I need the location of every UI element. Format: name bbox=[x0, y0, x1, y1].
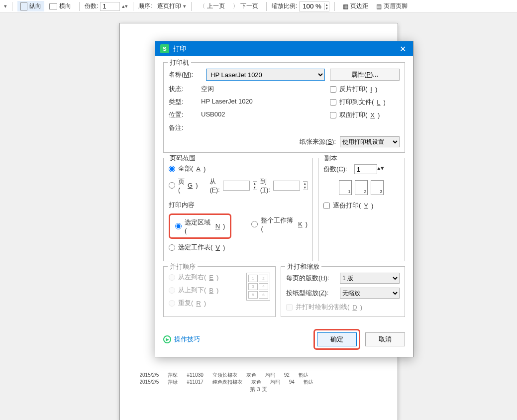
location-value: USB002 bbox=[201, 110, 325, 119]
margins-button[interactable]: ▦ 页边距 bbox=[340, 1, 371, 11]
content-sheet-radio[interactable]: 选定工作表(V) bbox=[169, 243, 308, 252]
close-button[interactable]: ✕ bbox=[398, 44, 408, 54]
printer-name-label: 名称(M): bbox=[169, 70, 201, 79]
order-ttb-radio: 从上到下(B) bbox=[169, 286, 242, 295]
order-value[interactable]: 逐页打印 bbox=[157, 2, 181, 10]
orientation-portrait-button[interactable]: 纵向 bbox=[17, 1, 44, 11]
order-label: 顺序: bbox=[138, 2, 152, 10]
table-row: 2015/2/5萍绿#11017纯色盘扣棉衣灰色均码94韵达 bbox=[140, 379, 378, 386]
zoom-input[interactable] bbox=[300, 2, 324, 11]
copies-count-label: 份数(C): bbox=[323, 165, 347, 174]
from-label: 从(F): bbox=[209, 177, 219, 194]
order-group-title: 并打顺序 bbox=[168, 262, 198, 271]
scale-to-paper-label: 按纸型缩放(Z): bbox=[286, 289, 336, 298]
cancel-button[interactable]: 取消 bbox=[365, 332, 405, 346]
duplex-checkbox[interactable]: 双面打印(X) bbox=[330, 110, 400, 119]
range-group-title: 页码范围 bbox=[168, 154, 198, 163]
header-footer-button[interactable]: ▤ 页眉页脚 bbox=[373, 1, 411, 11]
status-label: 状态: bbox=[169, 85, 201, 94]
to-page-input[interactable] bbox=[273, 181, 300, 191]
properties-button[interactable]: 属性(P)... bbox=[330, 69, 400, 81]
cut-lines-checkbox: 并打时绘制分割线(D) bbox=[286, 303, 400, 312]
margins-label: 页边距 bbox=[350, 2, 368, 10]
preview-data-rows: 2015/2/5萍琛#11030立领长棉衣灰色均码92韵达 2015/2/5萍绿… bbox=[140, 372, 378, 386]
app-icon: S bbox=[160, 44, 169, 53]
main-toolbar: ▾ 纵向 横向 份数: ▴▾ 顺序: 逐页打印 ▾ 〈 上一页 〉 下一页 缩放… bbox=[0, 0, 517, 13]
print-dialog: S 打印 ✕ 打印机 名称(M): HP LaserJet 1020 属性(P)… bbox=[155, 41, 414, 357]
chevron-left-icon: 〈 bbox=[200, 2, 205, 10]
prev-page-label: 上一页 bbox=[207, 2, 225, 10]
portrait-label: 纵向 bbox=[29, 2, 41, 10]
dialog-titlebar[interactable]: S 打印 ✕ bbox=[155, 41, 413, 56]
order-dropdown-icon[interactable]: ▾ bbox=[183, 3, 186, 9]
collate-preview: 123 bbox=[323, 180, 400, 195]
printer-group: 打印机 名称(M): HP LaserJet 1020 属性(P)... 状态:… bbox=[163, 62, 405, 153]
chevron-right-icon: 〉 bbox=[233, 2, 238, 10]
page-range-group: 页码范围 全部(A) 页(G) 从(F): ▴▾ 到(T): ▴▾ 打印内容 bbox=[163, 158, 313, 261]
print-to-file-checkbox[interactable]: 打印到文件(L) bbox=[330, 98, 400, 106]
type-value: HP LaserJet 1020 bbox=[201, 98, 325, 106]
copies-spinner[interactable]: ▴▾ bbox=[122, 3, 128, 9]
ok-button[interactable]: 确定 bbox=[317, 332, 357, 346]
scale-group: 并打和缩放 每页的版数(H): 1 版 按纸型缩放(Z): 无缩放 并打时绘制分… bbox=[281, 266, 405, 317]
pages-per-sheet-label: 每页的版数(H): bbox=[286, 274, 336, 283]
paper-source-label: 纸张来源(S): bbox=[300, 137, 336, 146]
prev-page-button[interactable]: 〈 上一页 bbox=[197, 1, 228, 11]
landscape-icon bbox=[49, 3, 57, 9]
next-page-button[interactable]: 〉 下一页 bbox=[230, 1, 261, 11]
order-repeat-radio: 重复(R) bbox=[169, 299, 242, 308]
pages-per-sheet-select[interactable]: 1 版 bbox=[340, 273, 400, 284]
printer-group-title: 打印机 bbox=[168, 58, 191, 67]
copies-group-title: 副本 bbox=[322, 154, 339, 163]
content-group-title: 打印内容 bbox=[169, 201, 308, 210]
zoom-input-box: ▴▾ bbox=[299, 1, 329, 11]
zoom-label: 缩放比例: bbox=[272, 2, 297, 10]
collate-checkbox[interactable]: 逐份打印(Y) bbox=[323, 201, 400, 210]
content-selection-radio[interactable]: 选定区域(N) bbox=[175, 218, 225, 234]
tips-link[interactable]: ▶ 操作技巧 bbox=[163, 335, 200, 344]
landscape-label: 横向 bbox=[59, 2, 71, 10]
copies-group: 副本 份数(C): ▴▾ 123 逐份打印(Y) bbox=[318, 158, 405, 261]
header-footer-label: 页眉页脚 bbox=[384, 2, 408, 10]
ok-button-highlight: 确定 bbox=[313, 329, 360, 350]
orientation-landscape-button[interactable]: 横向 bbox=[46, 1, 74, 11]
printer-name-select[interactable]: HP LaserJet 1020 bbox=[206, 69, 325, 81]
zoom-up[interactable]: ▴ bbox=[325, 3, 329, 6]
reverse-print-checkbox[interactable]: 反片打印(I) bbox=[330, 85, 400, 94]
content-selection-highlight: 选定区域(N) bbox=[169, 213, 231, 239]
print-order-group: 并打顺序 从左到右(E) 从上到下(B) 重复(R) 123456 bbox=[163, 266, 276, 317]
copies-label: 份数: bbox=[85, 2, 98, 10]
scale-to-paper-select[interactable]: 无缩放 bbox=[340, 288, 400, 299]
zoom-down[interactable]: ▾ bbox=[325, 6, 329, 10]
range-pages-radio[interactable]: 页(G) bbox=[169, 177, 198, 194]
header-footer-icon: ▤ bbox=[376, 3, 382, 10]
scale-group-title: 并打和缩放 bbox=[285, 262, 321, 271]
to-label: 到(T): bbox=[260, 177, 270, 194]
page-number-footer: 第 3 页 bbox=[120, 386, 398, 393]
type-label: 类型: bbox=[169, 98, 201, 106]
order-ltr-radio: 从左到右(E) bbox=[169, 273, 242, 282]
comment-label: 备注: bbox=[169, 123, 201, 132]
content-workbook-radio[interactable]: 整个工作簿(K) bbox=[251, 213, 308, 235]
dropdown-icon[interactable]: ▾ bbox=[4, 3, 7, 9]
play-icon: ▶ bbox=[163, 335, 171, 343]
range-all-radio[interactable]: 全部(A) bbox=[169, 164, 308, 173]
order-preview-icon: 123456 bbox=[246, 273, 270, 301]
portrait-icon bbox=[20, 2, 27, 10]
from-page-input[interactable] bbox=[223, 181, 250, 191]
copies-count-input[interactable] bbox=[354, 164, 377, 174]
tips-label: 操作技巧 bbox=[174, 335, 200, 344]
margins-icon: ▦ bbox=[343, 3, 348, 10]
paper-source-select[interactable]: 使用打印机设置 bbox=[340, 136, 400, 147]
location-label: 位置: bbox=[169, 110, 201, 119]
copies-input[interactable] bbox=[100, 2, 120, 11]
status-value: 空闲 bbox=[201, 85, 325, 94]
table-row: 2015/2/5萍琛#11030立领长棉衣灰色均码92韵达 bbox=[140, 372, 378, 379]
dialog-title: 打印 bbox=[173, 44, 186, 53]
next-page-label: 下一页 bbox=[240, 2, 258, 10]
